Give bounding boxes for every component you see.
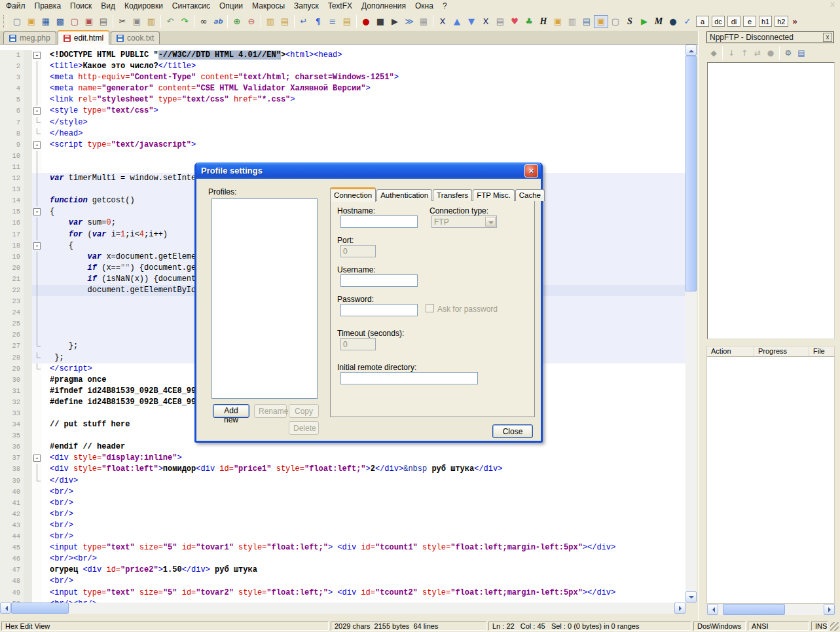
editor-horizontal-scrollbar[interactable] xyxy=(0,603,685,614)
connection-type-select[interactable]: FTP xyxy=(431,215,497,228)
macro-record-icon[interactable]: ● xyxy=(359,15,373,28)
tree-view-icon[interactable]: ♣ xyxy=(522,15,536,28)
copy-icon[interactable]: ▣ xyxy=(130,15,144,28)
initial-remote-directory-input[interactable] xyxy=(340,372,478,384)
ftp-messages-icon[interactable]: ▤ xyxy=(795,47,808,59)
menu-item-12[interactable]: Окна xyxy=(411,1,438,11)
ftp-download-icon[interactable]: ↓ xyxy=(725,47,738,59)
add-new-button[interactable]: Add new xyxy=(213,404,249,418)
sync-vertical-icon[interactable]: ▥ xyxy=(263,15,278,28)
console-icon[interactable]: ▤ xyxy=(579,15,594,28)
indent-guides-icon[interactable]: ≡ xyxy=(325,15,340,28)
nppftp-file-tree[interactable] xyxy=(707,62,835,339)
ask-for-password-checkbox[interactable] xyxy=(426,304,434,312)
web-globe-icon[interactable]: ● xyxy=(666,15,680,28)
scroll-right-icon[interactable] xyxy=(824,604,835,615)
ftp-refresh-icon[interactable]: ⇄ xyxy=(751,47,764,59)
menu-item-11[interactable]: Дополнения xyxy=(357,1,411,11)
macro-plugin-icon[interactable]: M xyxy=(651,15,666,28)
save-file-icon[interactable]: ▦ xyxy=(39,15,53,28)
format-button-h2[interactable]: h2 xyxy=(775,16,788,27)
menu-item-6[interactable]: Синтаксис xyxy=(168,1,215,11)
toolbar-overflow-icon[interactable]: » xyxy=(793,16,797,26)
menu-item-3[interactable]: Поиск xyxy=(65,1,96,11)
menu-item-8[interactable]: Макросы xyxy=(247,1,289,11)
horizontal-scroll-thumb[interactable] xyxy=(11,603,69,614)
dialog-tab-transfers[interactable]: Transfers xyxy=(433,189,472,201)
save-all-icon[interactable]: ▩ xyxy=(53,15,67,28)
queue-column-file[interactable]: File xyxy=(809,346,834,356)
fold-collapse-icon[interactable]: - xyxy=(33,107,41,115)
menubar-close-icon[interactable]: X xyxy=(830,1,835,9)
format-button-a[interactable]: a xyxy=(696,16,709,27)
resize-grip-icon[interactable] xyxy=(830,622,839,631)
profiles-listbox[interactable] xyxy=(211,198,318,399)
find-icon[interactable]: ∞ xyxy=(196,15,211,28)
menu-item-4[interactable]: Вид xyxy=(96,1,120,11)
spellcheck-icon[interactable]: ✓ xyxy=(680,15,695,28)
scroll-down-icon[interactable] xyxy=(685,591,697,603)
paste-icon[interactable]: ▥ xyxy=(144,15,158,28)
port-input[interactable] xyxy=(340,245,376,257)
sync-horizontal-icon[interactable]: ▤ xyxy=(278,15,292,28)
print-icon[interactable]: ▤ xyxy=(96,15,111,28)
nppftp-toggle-icon[interactable]: ▣ xyxy=(594,15,608,28)
format-button-h1[interactable]: h1 xyxy=(759,16,772,27)
vertical-scroll-thumb[interactable] xyxy=(685,56,697,291)
menu-item-10[interactable]: TextFX xyxy=(323,1,357,11)
dialog-close-icon[interactable]: × xyxy=(524,164,538,177)
replace-icon[interactable]: ab xyxy=(211,15,225,28)
scroll-left-icon[interactable] xyxy=(0,603,11,614)
queue-column-progress[interactable]: Progress xyxy=(754,346,809,356)
dialog-tab-cache[interactable]: Cache xyxy=(515,189,545,201)
queue-horizontal-scrollbar[interactable] xyxy=(707,604,835,615)
ftp-settings-gear-icon[interactable]: ⚙ xyxy=(782,47,795,59)
zoom-out-icon[interactable]: ⊖ xyxy=(244,15,259,28)
redo-icon[interactable]: ↷ xyxy=(177,15,192,28)
menu-item-7[interactable]: Опции xyxy=(215,1,247,11)
timeout-input[interactable] xyxy=(340,338,376,350)
fold-collapse-icon[interactable]: - xyxy=(33,52,41,59)
dialog-titlebar[interactable]: Profile settings × xyxy=(196,162,541,179)
show-all-chars-icon[interactable]: ¶ xyxy=(311,15,325,28)
undo-icon[interactable]: ↶ xyxy=(163,15,177,28)
zoom-in-icon[interactable]: ⊕ xyxy=(230,15,244,28)
plugin-doc-icon[interactable]: ▢ xyxy=(608,15,623,28)
favorites-heart-icon[interactable]: ♥ xyxy=(507,15,522,28)
textfx-move-up-icon[interactable]: ▲ xyxy=(450,15,464,28)
scroll-right-icon[interactable] xyxy=(674,603,685,614)
username-input[interactable] xyxy=(340,274,418,287)
close-all-icon[interactable]: ▣ xyxy=(82,15,96,28)
macro-run-multiple-icon[interactable]: ≫ xyxy=(402,15,416,28)
dialog-tab-ftp-misc-[interactable]: FTP Misc. xyxy=(473,189,515,201)
ftp-connect-icon[interactable]: ◆ xyxy=(707,47,720,59)
menu-item-13[interactable]: ? xyxy=(438,1,452,11)
tab-edit-html[interactable]: edit.html xyxy=(58,30,109,45)
queue-column-action[interactable]: Action xyxy=(707,346,754,356)
menu-item-9[interactable]: Запуск xyxy=(289,1,323,11)
format-button-e[interactable]: e xyxy=(743,16,756,27)
scroll-up-icon[interactable] xyxy=(685,45,697,56)
doc-map-icon[interactable]: ▤ xyxy=(340,15,354,28)
new-file-icon[interactable]: ▢ xyxy=(10,15,24,28)
delete-button[interactable]: Delete xyxy=(289,421,319,435)
macro-stop-icon[interactable]: ■ xyxy=(373,15,388,28)
close-button[interactable]: Close xyxy=(492,424,533,438)
fold-collapse-icon[interactable]: - xyxy=(33,208,41,215)
close-file-icon[interactable]: ▢ xyxy=(67,15,82,28)
snippets-icon[interactable]: S xyxy=(623,15,637,28)
ftp-upload-icon[interactable]: ↑ xyxy=(738,47,751,59)
run-plugin-icon[interactable]: ▶ xyxy=(637,15,651,28)
tab-cook-txt[interactable]: cook.txt xyxy=(111,31,160,44)
fold-collapse-icon[interactable]: - xyxy=(33,242,41,250)
menu-item-2[interactable]: Правка xyxy=(30,1,66,11)
copy-button[interactable]: Copy xyxy=(289,404,319,418)
scroll-left-icon[interactable] xyxy=(707,604,718,615)
editor-vertical-scrollbar[interactable] xyxy=(685,45,697,603)
html-tag-icon[interactable]: H xyxy=(536,15,551,28)
fold-collapse-icon[interactable]: - xyxy=(33,141,41,149)
fold-collapse-icon[interactable]: - xyxy=(33,455,41,462)
textfx-preview-icon[interactable]: ▤ xyxy=(493,15,507,28)
menu-item-1[interactable]: Файл xyxy=(1,1,30,11)
hostname-input[interactable] xyxy=(340,215,418,228)
